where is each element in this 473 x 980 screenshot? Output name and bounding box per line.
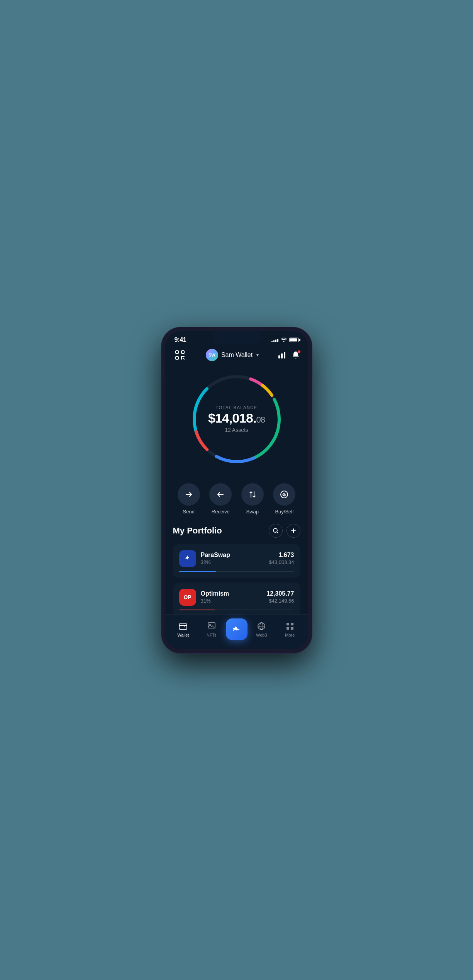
optimism-values: 12,305.77 $42,149.56 bbox=[266, 590, 294, 604]
header-right bbox=[278, 351, 300, 359]
paraswap-values: 1.673 $43,003.34 bbox=[269, 552, 294, 565]
paraswap-progress-bar bbox=[179, 571, 294, 572]
portfolio-title: My Portfolio bbox=[173, 526, 222, 536]
svg-rect-0 bbox=[176, 351, 178, 353]
scan-icon[interactable] bbox=[173, 348, 187, 362]
wallet-nav-label: Wallet bbox=[177, 633, 189, 637]
chevron-down-icon: ▾ bbox=[256, 352, 259, 358]
svg-rect-7 bbox=[281, 353, 283, 358]
paraswap-amount: 1.673 bbox=[269, 552, 294, 559]
avatar: SW bbox=[206, 349, 218, 361]
optimism-name: Optimism bbox=[201, 590, 262, 597]
wifi-icon bbox=[281, 337, 287, 343]
svg-line-5 bbox=[183, 358, 184, 359]
battery-icon bbox=[289, 338, 299, 342]
optimism-progress-bar bbox=[179, 610, 294, 610]
paraswap-icon bbox=[179, 550, 196, 567]
balance-main: $14,018.08 bbox=[208, 411, 265, 425]
swap-center-button[interactable] bbox=[226, 618, 248, 640]
paraswap-info: ParaSwap 32% bbox=[201, 552, 264, 565]
more-nav-label: More bbox=[285, 633, 295, 637]
buysell-label: Buy/Sell bbox=[275, 509, 293, 515]
nav-more[interactable]: More bbox=[276, 621, 304, 637]
asset-card-optimism[interactable]: OP Optimism 31% 12,305.77 $42,149.56 bbox=[173, 583, 300, 617]
paraswap-progress-fill bbox=[179, 571, 216, 572]
paraswap-pct: 32% bbox=[201, 559, 264, 565]
header: SW Sam Wallet ▾ bbox=[165, 343, 308, 365]
analytics-icon[interactable] bbox=[278, 351, 286, 359]
paraswap-name: ParaSwap bbox=[201, 552, 264, 559]
svg-rect-25 bbox=[287, 623, 289, 625]
svg-rect-27 bbox=[287, 627, 289, 630]
svg-rect-6 bbox=[278, 355, 280, 358]
optimism-amount: 12,305.77 bbox=[266, 590, 294, 597]
swap-icon bbox=[241, 483, 264, 506]
receive-label: Receive bbox=[212, 509, 230, 515]
optimism-usd: $42,149.56 bbox=[266, 598, 294, 604]
svg-rect-28 bbox=[291, 627, 293, 630]
send-icon bbox=[178, 483, 200, 506]
bottom-navigation: Wallet NFTs bbox=[165, 614, 308, 649]
notch bbox=[212, 331, 261, 344]
wallet-selector[interactable]: SW Sam Wallet ▾ bbox=[206, 349, 259, 361]
header-left bbox=[173, 348, 187, 362]
signal-icon bbox=[271, 338, 278, 342]
portfolio-section: My Portfolio bbox=[165, 524, 308, 617]
portfolio-actions bbox=[269, 524, 300, 538]
balance-label: TOTAL BALANCE bbox=[208, 405, 265, 410]
svg-rect-19 bbox=[179, 624, 187, 629]
nav-swap-center[interactable] bbox=[226, 618, 248, 640]
web3-nav-label: Web3 bbox=[256, 633, 267, 637]
send-button[interactable]: Send bbox=[178, 483, 200, 515]
swap-label: Swap bbox=[246, 509, 259, 515]
status-time: 9:41 bbox=[175, 336, 186, 343]
nav-web3[interactable]: Web3 bbox=[248, 621, 276, 637]
receive-button[interactable]: Receive bbox=[209, 483, 232, 515]
svg-rect-8 bbox=[284, 352, 285, 358]
balance-display: TOTAL BALANCE $14,018.08 12 Assets bbox=[208, 405, 265, 433]
optimism-info: Optimism 31% bbox=[201, 590, 262, 604]
notification-dot bbox=[297, 350, 301, 353]
optimism-progress-fill bbox=[179, 610, 215, 610]
svg-rect-2 bbox=[176, 357, 178, 359]
receive-icon bbox=[209, 483, 232, 506]
balance-section: TOTAL BALANCE $14,018.08 12 Assets bbox=[165, 365, 308, 477]
asset-card-paraswap[interactable]: ParaSwap 32% 1.673 $43,003.34 bbox=[173, 544, 300, 578]
send-label: Send bbox=[183, 509, 195, 515]
notifications-icon[interactable] bbox=[292, 351, 300, 359]
more-nav-icon bbox=[285, 621, 295, 631]
assets-count: 12 Assets bbox=[208, 427, 265, 433]
action-buttons: Send Receive Swap bbox=[165, 477, 308, 524]
web3-nav-icon bbox=[256, 621, 266, 631]
nav-wallet[interactable]: Wallet bbox=[169, 621, 198, 637]
portfolio-add-button[interactable] bbox=[287, 524, 300, 538]
swap-button[interactable]: Swap bbox=[241, 483, 264, 515]
optimism-pct: 31% bbox=[201, 598, 262, 604]
wallet-nav-icon bbox=[178, 621, 188, 631]
balance-cents: 08 bbox=[256, 415, 264, 425]
nav-nfts[interactable]: NFTs bbox=[197, 621, 226, 637]
balance-chart: TOTAL BALANCE $14,018.08 12 Assets bbox=[186, 369, 287, 469]
svg-rect-26 bbox=[291, 623, 293, 625]
phone-frame: 9:41 bbox=[161, 327, 312, 653]
portfolio-search-button[interactable] bbox=[269, 524, 283, 538]
phone-screen: 9:41 bbox=[165, 331, 308, 649]
nfts-nav-label: NFTs bbox=[207, 633, 217, 637]
buysell-icon: $ bbox=[273, 483, 295, 506]
portfolio-header: My Portfolio bbox=[173, 524, 300, 538]
asset-row-optimism: OP Optimism 31% 12,305.77 $42,149.56 bbox=[179, 589, 294, 606]
paraswap-usd: $43,003.34 bbox=[269, 559, 294, 565]
buysell-button[interactable]: $ Buy/Sell bbox=[273, 483, 295, 515]
status-icons bbox=[271, 337, 299, 343]
asset-row-paraswap: ParaSwap 32% 1.673 $43,003.34 bbox=[179, 550, 294, 567]
optimism-icon: OP bbox=[179, 589, 196, 606]
svg-rect-1 bbox=[181, 351, 184, 353]
nfts-nav-icon bbox=[207, 621, 217, 631]
wallet-name: Sam Wallet bbox=[221, 352, 253, 358]
